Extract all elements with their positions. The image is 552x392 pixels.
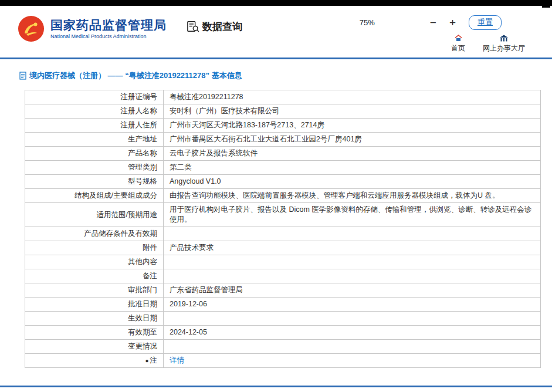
data-query-icon [187,21,199,33]
row-label: 结构及组成/主要组成成分 [25,189,164,203]
row-value [164,269,541,283]
table-row: 审批部门广东省药品监督管理局 [25,283,541,298]
row-label: 产品名称 [25,147,164,161]
brand: 国家药品监督管理局 National Medical Products Admi… [18,15,242,42]
row-label: 备注 [25,269,164,283]
row-label: 适用范围/预期用途 [25,203,164,227]
row-label: 变更情况 [25,340,164,354]
site-header: 国家药品监督管理局 National Medical Products Admi… [0,6,552,58]
row-value: 云电子胶片及报告系统软件 [164,147,541,161]
row-value: 广州市番禺区大石街石北工业大道石北工业园2号厂房401房 [164,133,541,147]
table-row: 适用范围/预期用途用于医疗机构对电子胶片、报告以及 Dicom 医学影像资料的存… [25,203,541,227]
note-bullet-icon: ● [145,357,148,364]
zoom-controls: 75% − + 重置 [360,15,502,30]
row-label: 附件 [25,241,164,255]
table-row: 生产地址广州市番禺区大石街石北工业大道石北工业园2号厂房401房 [25,133,541,147]
main-content: 境内医疗器械（注册） —— “粤械注准20192211278” 基本信息 注册证… [0,70,552,368]
row-value: Angycloud V1.0 [164,175,541,189]
row-label: 审批部门 [25,283,164,298]
breadcrumb-text: 境内医疗器械（注册） —— “粤械注准20192211278” 基本信息 [29,70,242,81]
row-value: 广东省药品监督管理局 [164,283,541,298]
table-row: 注册人名称安时利（广州）医疗技术有限公司 [25,104,541,119]
row-value: 第二类 [164,161,541,175]
reset-button[interactable]: 重置 [469,15,502,30]
row-value: 安时利（广州）医疗技术有限公司 [164,104,541,119]
info-table-body: 注册证编号粤械注准20192211278注册人名称安时利（广州）医疗技术有限公司… [25,90,541,368]
footer-divider [0,386,552,387]
row-value: 产品技术要求 [164,241,541,255]
row-label: ●注 [25,354,164,368]
row-value [164,255,541,269]
row-value: 2024-12-05 [164,326,541,340]
section-title: 数据查询 [187,20,242,33]
table-row: 附件产品技术要求 [25,241,541,255]
row-label: 有效期至 [25,326,164,340]
page: 国家药品监督管理局 National Medical Products Admi… [0,0,552,392]
table-row: 批准日期2019-12-06 [25,298,541,312]
breadcrumb: 境内医疗器械（注册） —— “粤械注准20192211278” 基本信息 [19,70,552,81]
table-row: 生效日期 [25,312,541,326]
header-nav: 首页 网上办事大厅 [451,34,525,53]
row-value[interactable]: 详情 [164,354,541,368]
zoom-level: 75% [360,18,375,27]
row-value [164,227,541,241]
row-label: 注册人名称 [25,104,164,119]
table-row: 结构及组成/主要组成成分由报告查询功能模块、医院端前置服务器模块、管理客户端和云… [25,189,541,203]
nav-home-label: 首页 [451,43,465,53]
row-value: 2019-12-06 [164,298,541,312]
top-strip-corner-box [542,0,550,8]
nav-service-hall[interactable]: 网上办事大厅 [483,34,525,53]
zoom-out-button[interactable]: − [426,17,440,28]
row-value: 用于医疗机构对电子胶片、报告以及 Dicom 医学影像资料的存储、传输和管理，供… [164,203,541,227]
nav-home[interactable]: 首页 [451,34,465,53]
row-label: 批准日期 [25,298,164,312]
table-row: 型号规格Angycloud V1.0 [25,175,541,189]
brand-text: 国家药品监督管理局 National Medical Products Admi… [50,18,167,39]
row-label: 生产地址 [25,133,164,147]
row-label: 注册证编号 [25,90,164,104]
row-value: 广州市天河区天河北路183-187号2713、2714房 [164,119,541,133]
row-label: 注册人住所 [25,119,164,133]
row-value: 粤械注准20192211278 [164,90,541,104]
browser-top-strip [0,0,552,6]
table-row: ●注详情 [25,354,541,368]
registration-info-table: 注册证编号粤械注准20192211278注册人名称安时利（广州）医疗技术有限公司… [25,90,541,368]
nav-service-hall-label: 网上办事大厅 [483,43,525,53]
row-label: 生效日期 [25,312,164,326]
table-row: 注册证编号粤械注准20192211278 [25,90,541,104]
table-row: 管理类别第二类 [25,161,541,175]
table-row: 注册人住所广州市天河区天河北路183-187号2713、2714房 [25,119,541,133]
org-name-en: National Medical Products Administration [50,33,167,39]
row-label: 型号规格 [25,175,164,189]
header-divider [0,58,552,59]
header-controls: 75% − + 重置 首页 [360,15,525,53]
home-icon [455,34,462,42]
row-value [164,312,541,326]
table-row: 产品名称云电子胶片及报告系统软件 [25,147,541,161]
document-icon [19,72,26,80]
table-row: 变更情况 [25,340,541,354]
detail-link[interactable]: 详情 [170,356,184,364]
row-label: 其他内容 [25,255,164,269]
table-row: 备注 [25,269,541,283]
row-label: 管理类别 [25,161,164,175]
org-name-cn: 国家药品监督管理局 [50,18,167,32]
row-label: 产品储存条件及有效期 [25,227,164,241]
table-row: 有效期至2024-12-05 [25,326,541,340]
table-row: 产品储存条件及有效期 [25,227,541,241]
nmpa-emblem-icon [18,15,45,42]
row-value: 由报告查询功能模块、医院端前置服务器模块、管理客户端和云端应用服务器模块组成，载… [164,189,541,203]
zoom-in-button[interactable]: + [446,17,459,28]
service-hall-icon [499,34,509,42]
row-value [164,340,541,354]
table-row: 其他内容 [25,255,541,269]
section-title-label: 数据查询 [202,20,242,33]
